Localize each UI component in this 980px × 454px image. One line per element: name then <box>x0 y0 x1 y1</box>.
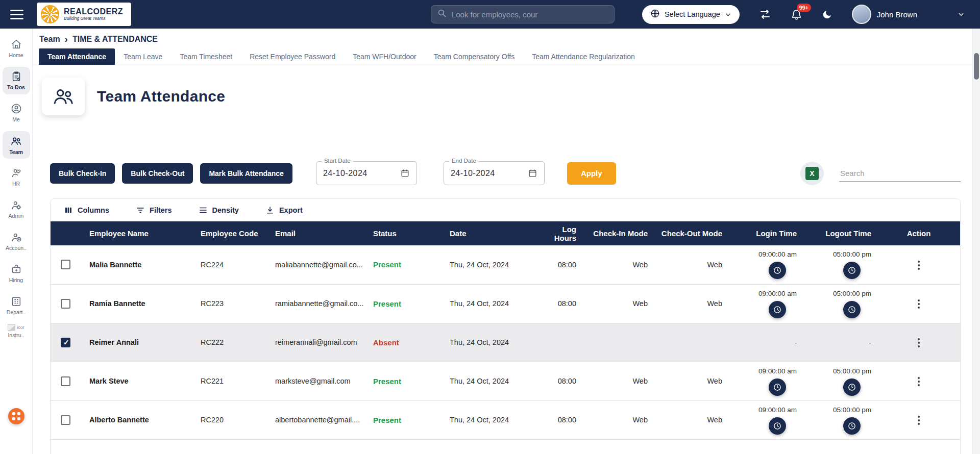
brand-logo[interactable]: REALCODERZ Building Great Teams <box>37 3 131 26</box>
language-selector[interactable]: Select Language <box>642 5 740 24</box>
logout-clock-button[interactable] <box>843 379 861 396</box>
logout-clock-button[interactable] <box>843 417 861 435</box>
vertical-scrollbar[interactable] <box>972 29 980 454</box>
sidebar-item-hiring[interactable]: Hiring <box>3 260 30 287</box>
calendar-icon[interactable] <box>400 168 410 178</box>
header-logout-time[interactable]: Logout Time <box>803 221 877 245</box>
notifications-bell-icon[interactable]: 99+ <box>791 9 802 20</box>
header-date[interactable]: Date <box>444 221 533 245</box>
tab[interactable]: Team Compensatory Offs <box>425 48 523 65</box>
brand-name: REALCODERZ <box>64 8 123 16</box>
logout-clock-button[interactable] <box>843 262 861 279</box>
header-check-in-mode[interactable]: Check-In Mode <box>582 221 654 245</box>
chat-widget-button[interactable] <box>8 408 24 424</box>
status-badge: Present <box>373 416 401 424</box>
mark-bulk-attendance-button[interactable]: Mark Bulk Attendance <box>200 163 292 184</box>
login-time-text: - <box>795 339 797 346</box>
logout-clock-button[interactable] <box>843 301 861 318</box>
row-actions-kebab-icon[interactable] <box>913 296 924 312</box>
row-checkbox[interactable] <box>61 338 70 347</box>
chevron-down-icon <box>958 11 965 18</box>
attendance-grid: Columns Filters Density Export <box>50 198 961 454</box>
checkbox-cell <box>51 439 83 454</box>
row-actions-kebab-icon[interactable] <box>913 335 924 351</box>
table-row: Alberto Bannette RC220 albertobannette@g… <box>51 400 960 439</box>
sidebar-item-admin[interactable]: Admin <box>3 195 30 223</box>
email-cell: marksteve@gmail.com <box>269 362 367 400</box>
switch-account-icon[interactable] <box>759 8 771 20</box>
logout-time-text: 05:00:00 pm <box>833 406 871 414</box>
header-check-out-mode[interactable]: Check-Out Mode <box>654 221 728 245</box>
export-button[interactable]: Export <box>265 206 303 215</box>
header-status[interactable]: Status <box>367 221 444 245</box>
end-date-field[interactable]: End Date 24-10-2024 <box>444 161 545 185</box>
excel-export-icon[interactable]: X <box>800 162 824 185</box>
filters-button[interactable]: Filters <box>136 206 172 215</box>
tab[interactable]: Team WFH/Outdoor <box>344 48 425 65</box>
date-cell: Thu, 24 Oct, 2024 <box>444 284 533 323</box>
login-clock-button[interactable] <box>769 379 786 396</box>
row-actions-kebab-icon[interactable] <box>913 373 924 390</box>
start-date-field[interactable]: Start Date 24-10-2024 <box>316 161 417 185</box>
select-all-header-cell[interactable] <box>51 221 83 245</box>
sidebar-item-todos[interactable]: To Dos <box>3 67 30 94</box>
dark-mode-moon-icon[interactable] <box>822 9 832 20</box>
table-row: Mark Steve RC221 marksteve@gmail.com Pre… <box>51 362 960 400</box>
hamburger-menu-icon[interactable] <box>10 10 23 19</box>
tab[interactable]: Reset Employee Password <box>241 48 344 65</box>
sidebar-item-departments[interactable]: Depart.. <box>3 292 30 319</box>
columns-button[interactable]: Columns <box>64 206 109 215</box>
bulk-check-in-button[interactable]: Bulk Check-In <box>50 163 115 184</box>
logout-time-cell: - <box>803 323 877 362</box>
language-selector-label: Select Language <box>665 10 720 18</box>
breadcrumb-current: TIME & ATTENDANCE <box>72 35 158 44</box>
header-employee-name[interactable]: Employee Name <box>83 221 194 245</box>
calendar-icon[interactable] <box>528 168 537 178</box>
header-login-time[interactable]: Login Time <box>728 221 803 245</box>
sidebar-item-me[interactable]: Me <box>3 99 30 127</box>
sidebar-item-accounts[interactable]: Accoun.. <box>3 228 30 255</box>
logout-time-cell: 05:00:00 pm <box>803 284 877 323</box>
global-search[interactable] <box>431 5 615 23</box>
header-email[interactable]: Email <box>269 221 367 245</box>
action-cell <box>877 323 960 362</box>
log-hours-cell: 08:00 <box>533 362 582 400</box>
sidebar-item-instructor[interactable]: icor Instru.. <box>8 324 24 338</box>
density-button[interactable]: Density <box>199 206 239 215</box>
header-log-hours[interactable]: Log Hours <box>533 221 582 245</box>
login-clock-button[interactable] <box>769 262 786 279</box>
login-clock-button[interactable] <box>769 417 786 435</box>
row-checkbox[interactable] <box>61 415 70 425</box>
breadcrumb-root[interactable]: Team <box>39 35 60 44</box>
global-search-input[interactable] <box>452 10 608 19</box>
row-checkbox[interactable] <box>61 260 70 269</box>
row-actions-kebab-icon[interactable] <box>913 412 924 428</box>
action-cell <box>877 284 960 323</box>
header-action[interactable]: Action <box>877 221 960 245</box>
apply-button[interactable]: Apply <box>567 162 616 185</box>
table-search-input[interactable] <box>839 165 961 181</box>
sidebar-item-hr[interactable]: HR <box>3 163 30 191</box>
tab[interactable]: Team Leave <box>115 48 171 65</box>
tab[interactable]: Team Timesheet <box>171 48 241 65</box>
row-actions-kebab-icon[interactable] <box>913 257 924 273</box>
row-checkbox[interactable] <box>61 299 70 309</box>
attendance-table: Employee Name Employee Code Email Status… <box>51 221 960 454</box>
page-title: Team Attendance <box>97 88 225 105</box>
row-checkbox[interactable] <box>61 376 70 386</box>
login-clock-button[interactable] <box>769 301 786 318</box>
bulk-check-out-button[interactable]: Bulk Check-Out <box>122 163 193 184</box>
header-employee-code[interactable]: Employee Code <box>194 221 269 245</box>
scrollbar-thumb[interactable] <box>974 53 979 80</box>
tab[interactable]: Team Attendance <box>39 48 115 65</box>
breadcrumb-chevron-icon: › <box>65 34 68 44</box>
table-search[interactable] <box>839 165 961 182</box>
sidebar-item-team[interactable]: Team <box>3 131 30 159</box>
app-window: REALCODERZ Building Great Teams Select L… <box>0 0 980 454</box>
row-actions-kebab-icon[interactable] <box>913 451 924 454</box>
tab[interactable]: Team Attendance Regularization <box>523 48 644 65</box>
user-menu[interactable]: John Brown <box>852 5 965 24</box>
logout-time-text: 05:00:00 pm <box>833 367 871 375</box>
sidebar-item-home[interactable]: Home <box>3 35 30 62</box>
team-icon <box>10 135 22 147</box>
